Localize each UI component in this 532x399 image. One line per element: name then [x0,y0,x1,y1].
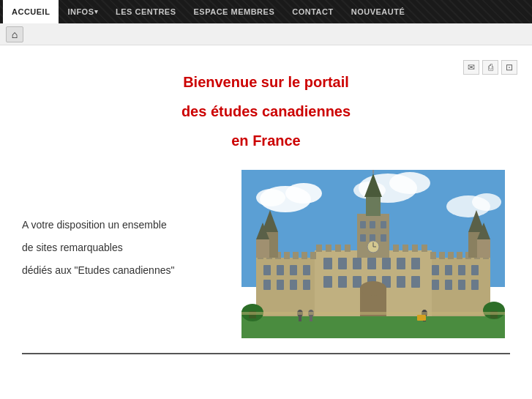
svg-rect-33 [353,258,361,269]
svg-rect-97 [310,316,312,321]
svg-point-8 [472,193,501,211]
action-icons-group: ✉ ⎙ ⊡ [463,60,517,75]
toolbar: ⌂ [0,23,532,45]
svg-rect-38 [323,276,332,288]
svg-rect-16 [277,265,284,275]
svg-rect-62 [326,245,331,252]
svg-rect-74 [360,221,366,228]
svg-point-5 [389,172,430,194]
svg-rect-18 [303,265,310,275]
nav-item-centres[interactable]: LES CENTRES [107,0,185,23]
svg-rect-50 [284,252,290,259]
share-icon: ⊡ [506,62,513,72]
svg-rect-27 [432,280,439,290]
share-icon-button[interactable]: ⊡ [501,60,517,75]
svg-rect-30 [471,280,479,290]
svg-rect-32 [338,258,347,269]
svg-rect-68 [422,245,427,252]
title-line1: Bienvenue sur le portail [183,74,349,90]
svg-rect-54 [430,252,436,259]
svg-rect-66 [402,245,408,252]
title-line3: en France [231,133,300,149]
svg-rect-64 [345,245,351,252]
svg-rect-63 [335,245,341,252]
parliament-image [241,170,510,338]
svg-rect-29 [458,280,465,290]
nav-item-contact[interactable]: CONTACT [283,0,342,23]
email-icon: ✉ [468,62,475,72]
svg-rect-28 [445,280,452,290]
nav-item-membres[interactable]: ESPACE MEMBRES [185,0,284,23]
svg-rect-79 [381,234,386,242]
svg-rect-88 [477,239,490,258]
home-icon: ⌂ [12,29,18,40]
svg-rect-77 [360,234,366,242]
svg-rect-43 [397,276,405,288]
svg-rect-25 [458,265,465,275]
svg-rect-57 [457,252,462,259]
svg-rect-26 [471,265,479,275]
title-line2: des études canadiennes [181,103,351,119]
parliament-svg [241,170,505,338]
bottom-divider [22,353,510,354]
svg-rect-67 [412,245,418,252]
left-text-block: A votre disposition un ensemble de sites… [22,170,227,281]
svg-rect-34 [367,258,376,269]
svg-rect-65 [393,245,399,252]
body-line3: dédiés aux "Etudes canadiennes" [22,259,227,282]
email-icon-button[interactable]: ✉ [463,60,479,75]
home-button[interactable]: ⌂ [6,26,23,42]
svg-rect-53 [310,252,316,259]
nav-item-accueil[interactable]: ACCUEIL [3,0,59,23]
svg-point-46 [360,281,386,296]
svg-rect-9 [241,313,505,338]
svg-rect-19 [263,280,271,290]
main-navigation: ACCUEIL INFOS LES CENTRES ESPACE MEMBRES… [0,0,532,23]
svg-rect-44 [411,276,420,288]
svg-rect-101 [241,312,505,315]
main-content: ✉ ⎙ ⊡ Bienvenue sur le portail des étude… [0,45,532,397]
svg-rect-95 [299,316,301,321]
body-line2: de sites remarquables [22,236,227,259]
svg-rect-31 [323,258,332,269]
nav-item-nouveaute[interactable]: NOUVEAUTÉ [342,0,414,23]
svg-point-2 [285,183,322,204]
svg-rect-100 [417,315,426,321]
svg-rect-39 [338,276,347,288]
print-icon: ⎙ [488,62,493,72]
page-title: Bienvenue sur le portail des études cana… [22,67,510,155]
svg-rect-78 [370,234,375,242]
print-icon-button[interactable]: ⎙ [482,60,498,75]
svg-rect-23 [432,265,439,275]
body-line1: A votre disposition un ensemble [22,214,227,236]
svg-point-3 [256,189,285,206]
svg-rect-75 [370,221,375,228]
svg-rect-55 [439,252,445,259]
nav-item-infos[interactable]: INFOS [59,0,107,23]
svg-rect-86 [256,239,269,258]
svg-rect-21 [290,280,297,290]
svg-rect-20 [277,280,284,290]
svg-rect-76 [381,221,386,228]
svg-rect-40 [353,276,361,288]
svg-rect-37 [411,258,420,269]
svg-rect-17 [290,265,297,275]
svg-rect-61 [316,245,322,252]
svg-rect-56 [448,252,454,259]
svg-rect-51 [293,252,299,259]
svg-rect-15 [263,265,271,275]
svg-rect-24 [445,265,452,275]
svg-rect-22 [303,280,310,290]
content-area: A votre disposition un ensemble de sites… [22,170,510,338]
svg-rect-83 [366,195,381,216]
svg-rect-36 [397,258,405,269]
svg-rect-52 [301,252,307,259]
svg-rect-35 [382,258,391,269]
